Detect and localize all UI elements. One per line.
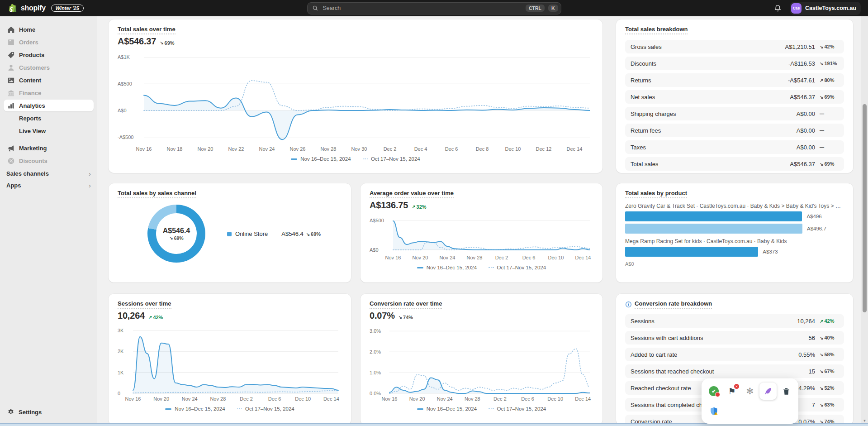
svg-text:Dec 6: Dec 6	[521, 396, 534, 402]
trash-icon[interactable]	[780, 385, 792, 397]
channel-legend-value: A$546.4	[281, 230, 303, 237]
conversion-breakdown-row[interactable]: Sessions with cart additions56↘40%	[625, 331, 844, 345]
card-title-conversion[interactable]: Conversion rate over time	[370, 300, 442, 309]
sidebar-item-label: Reports	[19, 115, 41, 122]
scrollbar-thumb[interactable]	[863, 104, 867, 312]
sidebar-section-sales-channels[interactable]: Sales channels ›	[4, 168, 94, 179]
sales-breakdown-row[interactable]: Return feesA$0.00—	[625, 124, 844, 137]
svg-text:0.0%: 0.0%	[370, 391, 381, 396]
svg-text:Dec 6: Dec 6	[268, 396, 281, 402]
sales-channels-label: Sales channels	[6, 170, 49, 177]
sidebar-item-marketing[interactable]: Marketing	[4, 142, 94, 154]
sales-breakdown-row[interactable]: Shipping chargesA$0.00—	[625, 107, 844, 120]
ctrl-keycap: CTRL	[526, 5, 545, 12]
winter-25-badge[interactable]: Winter '25	[51, 5, 84, 12]
sidebar-item-label: Customers	[19, 64, 50, 71]
sidebar-item-label: Content	[19, 77, 41, 84]
metric-delta: —	[820, 111, 839, 116]
sidebar-item-analytics[interactable]: Analytics	[4, 100, 94, 111]
current-period-marker	[165, 408, 171, 410]
global-search[interactable]: CTRL K	[307, 2, 561, 14]
card-title-sales-by-product[interactable]: Total sales by product	[625, 190, 687, 198]
shopify-logo[interactable]: shopify	[7, 3, 46, 14]
notifications-bell-icon[interactable]	[773, 4, 783, 13]
svg-text:Dec 14: Dec 14	[575, 396, 591, 402]
svg-text:Nov 24: Nov 24	[182, 396, 198, 402]
line-chart-svg: 3.0%2.0%1.0%0.0%Nov 16Nov 20Nov 24Nov 28…	[370, 325, 593, 402]
feather-icon[interactable]	[762, 385, 774, 397]
online-store-swatch	[227, 232, 232, 236]
conversion-breakdown-row[interactable]: Sessions that reached checkout15↘67%	[625, 364, 844, 378]
card-title-aov[interactable]: Average order value over time	[370, 190, 454, 198]
metric-label: Total sales	[631, 161, 658, 168]
metric-label: Gross sales	[631, 43, 662, 50]
card-title-total-sales[interactable]: Total sales over time	[118, 26, 175, 34]
metric-label: Returns	[631, 77, 651, 84]
info-icon[interactable]	[625, 301, 632, 308]
chart-legend: Nov 16–Dec 15, 2024Oct 17–Nov 15, 2024	[118, 406, 342, 412]
card-total-sales-by-product: Total sales by product Zero Gravity Car …	[616, 183, 853, 282]
products-icon	[7, 51, 15, 59]
metric-value: A$0.00	[797, 110, 815, 117]
sales-breakdown-row[interactable]: Net salesA$546.37↘69%	[625, 90, 844, 104]
sidebar-item-live-view[interactable]: Live View	[4, 125, 94, 137]
svg-text:Dec 6: Dec 6	[445, 146, 458, 152]
svg-text:Nov 22: Nov 22	[228, 146, 244, 152]
sales-breakdown-row[interactable]: Gross salesA$1,210.51↘42%	[625, 40, 844, 53]
conversion-breakdown-row[interactable]: Sessions10,264↗42%	[625, 314, 844, 328]
metric-delta: ↘42%	[820, 44, 839, 49]
search-input[interactable]	[322, 5, 522, 12]
metric-value: 15	[809, 368, 815, 375]
flag-error-icon[interactable]: ⚑✕	[726, 385, 738, 397]
sales-breakdown-row[interactable]: Returns-A$547.61↗80%	[625, 73, 844, 87]
sales-breakdown-row[interactable]: TaxesA$0.00—	[625, 140, 844, 154]
sidebar-item-label: Orders	[19, 39, 38, 46]
vertical-scrollbar[interactable]: ▼	[861, 16, 868, 424]
sidebar-item-reports[interactable]: Reports	[4, 112, 94, 124]
sidebar-item-content[interactable]: Content	[4, 74, 94, 86]
gear-icon	[7, 408, 14, 416]
metric-label: Sessions with cart additions	[631, 335, 703, 341]
sidebar-item-products[interactable]: Products	[4, 49, 94, 61]
svg-text:Dec 2: Dec 2	[240, 396, 253, 402]
metric-delta: ↘191%	[820, 61, 839, 66]
card-title-conversion-breakdown[interactable]: Conversion rate breakdown	[635, 300, 712, 309]
store-avatar: Cas	[791, 3, 802, 14]
svg-text:A$0: A$0	[118, 108, 127, 113]
metric-value: 7	[812, 402, 815, 408]
clover-icon[interactable]: ✻	[744, 385, 756, 397]
metric-delta: ↘63%	[820, 402, 839, 407]
sidebar-item-settings[interactable]: Settings	[4, 406, 94, 418]
sidebar-item-home[interactable]: Home	[4, 24, 94, 35]
card-conversion-rate-over-time: Conversion rate over time 0.07% ↘74% 3.0…	[360, 294, 602, 425]
home-icon	[7, 26, 15, 34]
svg-text:Dec 2: Dec 2	[495, 255, 508, 260]
sales-breakdown-row[interactable]: Total salesA$546.37↘69%	[625, 157, 844, 171]
sidebar-item-discounts: Discounts	[4, 155, 94, 167]
metric-value: 10,264	[797, 318, 815, 325]
sidebar-nav: HomeOrdersProductsCustomersContentFinanc…	[0, 16, 97, 167]
svg-text:0: 0	[118, 391, 120, 396]
card-title-sessions[interactable]: Sessions over time	[118, 300, 171, 309]
scrollbar-down-arrow[interactable]: ▼	[861, 419, 868, 423]
sidebar-item-label: Products	[19, 52, 44, 58]
channel-legend-delta: ↘69%	[306, 231, 321, 237]
sales-breakdown-row[interactable]: Discounts-A$116.53↘191%	[625, 57, 844, 70]
metric-label: Reached checkout rate	[631, 385, 691, 392]
conversion-breakdown-row[interactable]: Added to cart rate0.55%↘58%	[625, 348, 844, 361]
card-title-sales-breakdown[interactable]: Total sales breakdown	[625, 26, 688, 34]
card-title-sales-by-channel[interactable]: Total sales by sales channel	[118, 190, 196, 198]
total-sales-chart: A$1KA$500A$0-A$500Nov 16Nov 18Nov 20Nov …	[118, 50, 593, 153]
sidebar-section-apps[interactable]: Apps ›	[4, 179, 94, 191]
current-period-marker	[291, 158, 297, 160]
account-menu[interactable]: Cas CastleToys.com.au	[790, 2, 861, 15]
metric-delta: ↘58%	[820, 352, 839, 357]
shield-warning-icon[interactable]	[708, 405, 720, 417]
product-bar-current	[625, 211, 802, 221]
adblock-check-icon[interactable]: ✔	[708, 385, 720, 397]
previous-period-marker	[237, 408, 242, 410]
shopify-admin-window: shopify Winter '25 CTRL K Cas CastleToys…	[0, 0, 868, 426]
top-bar: shopify Winter '25 CTRL K Cas CastleToys…	[0, 0, 868, 16]
legend-current-period: Nov 16–Dec 15, 2024	[417, 265, 477, 270]
metric-delta: —	[820, 145, 839, 150]
